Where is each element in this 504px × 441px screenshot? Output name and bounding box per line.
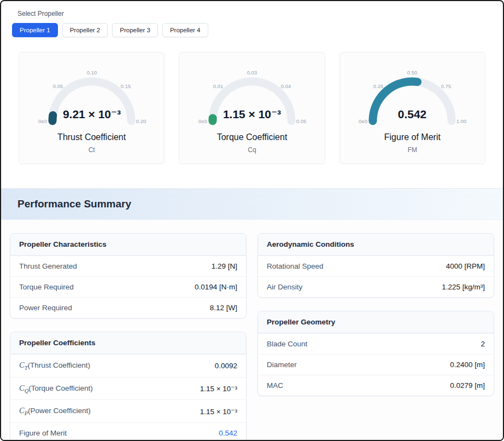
table-row: Torque Required 0.0194 [N·m] bbox=[10, 276, 246, 297]
gauge-value-text: 0.542 bbox=[398, 108, 427, 120]
panel-title: Propeller Geometry bbox=[258, 311, 494, 333]
thrust-coefficient-card: 0e0 0.05 0.10 0.15 0.20 9.21 × 10⁻³ Thru… bbox=[19, 52, 165, 164]
propeller-selector-section: Select Propeller Propeller 1 Propeller 2… bbox=[1, 1, 503, 164]
table-row: Figure of Merit 0.542 bbox=[10, 422, 246, 441]
row-value: 1.225 [kg/m³] bbox=[442, 283, 485, 291]
summary-panels-section: Propeller Characteristics Thrust Generat… bbox=[1, 220, 503, 441]
gauge-tick-label: 0.75 bbox=[441, 83, 452, 89]
row-label-text: (Torque Coefficient) bbox=[28, 384, 93, 392]
row-value: 0.0194 [N·m] bbox=[195, 283, 237, 291]
thrust-coefficient-gauge: 0e0 0.05 0.10 0.15 0.20 9.21 × 10⁻³ bbox=[29, 63, 155, 130]
table-row: CQ(Torque Coefficient) 1.15 × 10⁻³ bbox=[10, 377, 246, 400]
summary-panels-grid: Propeller Characteristics Thrust Generat… bbox=[10, 233, 494, 441]
right-column: Aerodynamic Conditions Rotational Speed … bbox=[257, 233, 494, 396]
figure-of-merit-card: 0e0 0.25 0.50 0.75 1.00 0.542 Figure of … bbox=[339, 52, 485, 164]
row-label: Torque Required bbox=[19, 283, 74, 291]
gauge-tick-label: 0e0 bbox=[359, 118, 367, 124]
torque-coefficient-card: 0e0 0.01 0.03 0.04 0.05 1.15 × 10⁻³ Torq… bbox=[179, 52, 325, 164]
row-label: Air Density bbox=[267, 283, 302, 291]
gauge-tick-label: 0.50 bbox=[407, 69, 418, 76]
row-label: Rotational Speed bbox=[267, 262, 324, 270]
row-value: 8.12 [W] bbox=[210, 304, 237, 312]
gauge-subtitle: Cq bbox=[184, 146, 320, 154]
torque-coefficient-gauge: 0e0 0.01 0.03 0.04 0.05 1.15 × 10⁻³ bbox=[189, 63, 315, 130]
gauge-tick-label: 0.25 bbox=[373, 83, 384, 89]
row-label: Diameter bbox=[267, 361, 297, 369]
propeller-1-button[interactable]: Propeller 1 bbox=[12, 23, 58, 37]
table-row: Rotational Speed 4000 [RPM] bbox=[258, 256, 494, 276]
gauge-tick-label: 0.20 bbox=[136, 118, 146, 124]
gauge-tick-label: 0e0 bbox=[198, 118, 207, 124]
table-row: CP(Power Coefficient) 1.15 × 10⁻³ bbox=[10, 399, 246, 422]
row-value: 0.0279 [m] bbox=[450, 381, 485, 390]
table-row: MAC 0.0279 [m] bbox=[258, 375, 494, 396]
gauge-tick-label: 0.03 bbox=[247, 69, 257, 76]
row-label: Thrust Generated bbox=[19, 262, 77, 270]
gauge-subtitle: FM bbox=[344, 146, 480, 154]
gauge-tick-label: 0.05 bbox=[52, 83, 63, 89]
row-label: CQ(Torque Coefficient) bbox=[19, 384, 93, 394]
panel-title: Aerodynamic Conditions bbox=[258, 234, 494, 256]
gauge-value-text: 9.21 × 10⁻³ bbox=[63, 108, 121, 120]
row-label-text: (Power Coefficient) bbox=[28, 407, 91, 415]
propeller-4-button[interactable]: Propeller 4 bbox=[162, 23, 208, 37]
panel-title: Propeller Characteristics bbox=[10, 234, 246, 256]
figure-of-merit-gauge: 0e0 0.25 0.50 0.75 1.00 0.542 bbox=[349, 63, 475, 130]
row-label: Figure of Merit bbox=[19, 429, 67, 437]
gauge-value-text: 1.15 × 10⁻³ bbox=[223, 108, 281, 120]
gauge-tick-label: 0.05 bbox=[296, 118, 307, 124]
gauge-tick-label: 0e0 bbox=[38, 118, 47, 124]
row-label: MAC bbox=[267, 381, 283, 390]
gauge-tick-label: 0.15 bbox=[120, 83, 131, 89]
math-symbol: C bbox=[19, 384, 25, 392]
select-propeller-label: Select Propeller bbox=[17, 10, 494, 18]
propeller-button-group: Propeller 1 Propeller 2 Propeller 3 Prop… bbox=[12, 23, 494, 37]
row-value: 1.15 × 10⁻³ bbox=[200, 384, 237, 393]
left-column: Propeller Characteristics Thrust Generat… bbox=[10, 233, 247, 441]
table-row: CT(Thrust Coefficient) 0.0092 bbox=[10, 354, 246, 377]
propeller-3-button[interactable]: Propeller 3 bbox=[112, 23, 158, 37]
table-row: Diameter 0.2400 [m] bbox=[258, 354, 494, 375]
math-symbol: C bbox=[19, 361, 25, 369]
table-row: Air Density 1.225 [kg/m³] bbox=[258, 276, 494, 297]
panel-title: Propeller Coefficients bbox=[10, 332, 246, 354]
propeller-dashboard: Select Propeller Propeller 1 Propeller 2… bbox=[0, 0, 504, 441]
gauge-tick-label: 0.01 bbox=[213, 83, 224, 89]
gauge-card-row: 0e0 0.05 0.10 0.15 0.20 9.21 × 10⁻³ Thru… bbox=[19, 52, 485, 164]
table-row: Power Required 8.12 [W] bbox=[10, 297, 246, 318]
table-row: Thrust Generated 1.29 [N] bbox=[10, 256, 246, 276]
propeller-characteristics-panel: Propeller Characteristics Thrust Generat… bbox=[10, 233, 247, 318]
propeller-coefficients-panel: Propeller Coefficients CT(Thrust Coeffic… bbox=[10, 332, 247, 441]
gauge-title: Torque Coefficient bbox=[184, 132, 320, 142]
row-label: Blade Count bbox=[267, 340, 307, 348]
gauge-title: Figure of Merit bbox=[344, 132, 480, 142]
performance-summary-title: Performance Summary bbox=[17, 198, 487, 210]
row-value: 4000 [RPM] bbox=[446, 262, 485, 270]
performance-summary-band: Performance Summary bbox=[1, 188, 503, 220]
propeller-geometry-panel: Propeller Geometry Blade Count 2 Diamete… bbox=[257, 311, 494, 396]
row-value: 0.2400 [m] bbox=[450, 361, 485, 369]
propeller-2-button[interactable]: Propeller 2 bbox=[62, 23, 108, 37]
row-value: 2 bbox=[480, 340, 485, 348]
gauge-tick-label: 0.10 bbox=[86, 69, 97, 76]
row-label: CP(Power Coefficient) bbox=[19, 406, 91, 416]
row-value: 0.0092 bbox=[215, 362, 237, 370]
row-label-text: (Thrust Coefficient) bbox=[28, 361, 91, 369]
aerodynamic-conditions-panel: Aerodynamic Conditions Rotational Speed … bbox=[257, 233, 494, 298]
gauge-tick-label: 1.00 bbox=[456, 118, 467, 124]
gauge-tick-label: 0.04 bbox=[281, 83, 291, 89]
row-label: CT(Thrust Coefficient) bbox=[19, 361, 90, 371]
table-row: Blade Count 2 bbox=[258, 333, 494, 354]
math-symbol: C bbox=[19, 406, 25, 415]
gauge-subtitle: Ct bbox=[24, 146, 160, 154]
row-value: 1.15 × 10⁻³ bbox=[200, 407, 237, 416]
row-value: 1.29 [N] bbox=[212, 262, 237, 270]
row-label: Power Required bbox=[19, 304, 72, 312]
figure-of-merit-value: 0.542 bbox=[219, 429, 237, 437]
gauge-title: Thrust Coefficient bbox=[24, 132, 160, 142]
